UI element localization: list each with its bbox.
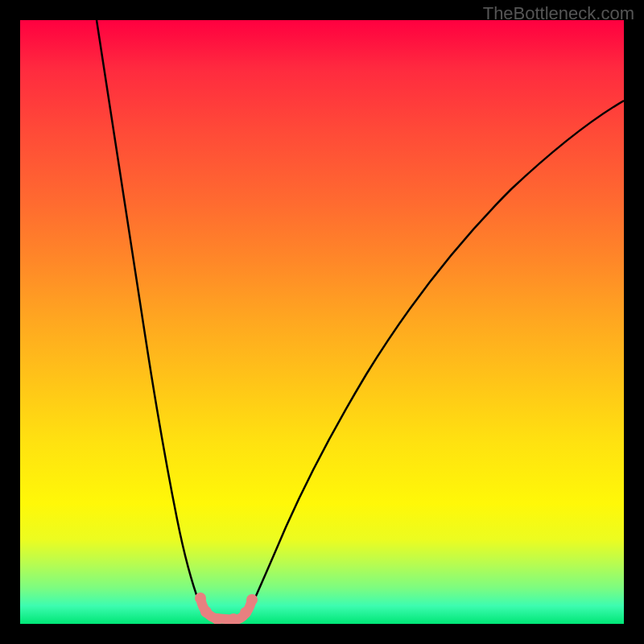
dot-1 (195, 592, 206, 604)
curve-overlay (20, 20, 624, 624)
dot-6 (246, 594, 258, 605)
curve-left (97, 20, 203, 610)
dot-5 (240, 607, 251, 618)
dot-2 (200, 606, 212, 617)
watermark-text: TheBottleneck.com (483, 3, 634, 24)
plot-area (20, 20, 624, 624)
curve-right (250, 101, 624, 610)
